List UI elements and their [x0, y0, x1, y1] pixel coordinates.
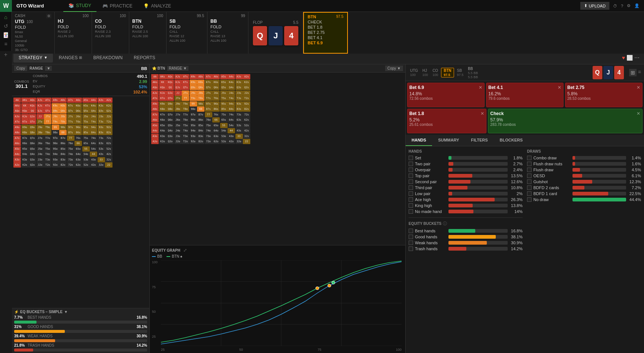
draw-checkbox-combo[interactable] — [527, 156, 532, 160]
nav-tab-practice[interactable]: 🎮 PRACTICE — [97, 0, 138, 12]
range-cell[interactable]: J4o — [174, 128, 182, 133]
range-cell[interactable]: T3o — [182, 134, 189, 139]
range-cell[interactable]: J4s — [228, 90, 235, 96]
range-cell[interactable]: 83s — [98, 130, 105, 135]
range-cell[interactable]: 65s — [82, 141, 90, 146]
range-cell[interactable]: 98s — [197, 101, 204, 106]
upload-button[interactable]: ⬆ UPLOAD — [580, 2, 609, 10]
position-cell-sb[interactable]: 99.5 SB FOLD CALL RAISE 12 ALLIN 100 — [166, 12, 207, 54]
tab-breakdown[interactable]: BREAKDOWN — [88, 53, 128, 63]
range-cell[interactable]: T3s — [98, 119, 105, 124]
range-cell[interactable]: K7o — [159, 112, 166, 117]
range-cell[interactable]: 63s — [235, 117, 243, 123]
range-dropdown-mid[interactable]: RANGE ▼ — [167, 66, 188, 71]
range-cell[interactable]: KQo — [21, 108, 29, 114]
range-cell[interactable]: 93s — [98, 125, 105, 130]
hand-checkbox-overpair[interactable] — [409, 168, 413, 172]
range-cell[interactable]: J3s — [98, 114, 105, 119]
sidebar-icon-home[interactable]: ⌂ — [4, 14, 7, 20]
range-cell[interactable]: 94o — [190, 128, 197, 133]
range-cell[interactable]: Q3o — [166, 134, 174, 139]
range-cell[interactable]: JTo — [174, 96, 182, 101]
range-cell[interactable]: 73o — [67, 157, 74, 162]
draw-row-flush[interactable]: Flush draw 4.5% — [527, 168, 641, 172]
range-cell[interactable]: JJ — [37, 114, 44, 119]
sidebar-icon-list[interactable]: ≡ — [4, 41, 7, 47]
range-cell[interactable]: A7s — [205, 74, 212, 79]
range-cell[interactable]: K9s — [190, 80, 197, 85]
range-cell[interactable]: 72o — [205, 139, 212, 144]
range-cell[interactable]: JTs — [182, 90, 189, 96]
draw-row-oesd[interactable]: OESD 6.1% — [527, 174, 641, 178]
range-cell[interactable]: 32s — [105, 157, 112, 162]
draw-checkbox-oesd[interactable] — [527, 174, 532, 178]
range-cell[interactable]: A8o — [13, 130, 21, 135]
range-cell[interactable]: 97o — [190, 112, 197, 117]
eq-dropdown-icon[interactable]: ▼ — [64, 310, 68, 314]
range-cell[interactable]: A2s — [243, 74, 250, 79]
range-cell[interactable]: 97s — [205, 101, 212, 106]
range-cell[interactable]: K6s — [212, 80, 220, 85]
layout-icon[interactable]: ⬜ — [626, 55, 633, 61]
draw-row-no-draw[interactable]: No draw 44.4% — [527, 197, 641, 202]
range-cell[interactable]: J8o — [37, 130, 44, 135]
range-cell[interactable]: 82o — [59, 162, 67, 168]
analysis-tab-filters[interactable]: FILTERS — [465, 135, 494, 146]
range-cell[interactable]: 44 — [228, 128, 235, 133]
draw-row-combo[interactable]: Combo draw 1.4% — [527, 156, 641, 160]
bet-box-69[interactable]: Bet 6.9 ✕ 14.8% 72.56 combos — [407, 83, 485, 107]
range-cell[interactable]: 92s — [243, 101, 250, 106]
range-cell[interactable]: AKs — [21, 98, 29, 103]
range-cell[interactable]: AJs — [37, 98, 44, 103]
range-cell[interactable]: T5o — [182, 123, 189, 128]
range-cell[interactable]: 65o — [74, 146, 82, 152]
range-cell[interactable]: 42s — [105, 152, 112, 157]
range-cell[interactable]: 63o — [212, 134, 220, 139]
range-cell[interactable]: A3o — [13, 157, 21, 162]
range-cell[interactable]: 65s — [220, 117, 228, 123]
range-cell[interactable]: AJs — [174, 74, 182, 79]
close-check[interactable]: ✕ — [637, 111, 640, 116]
range-cell[interactable]: K3o — [159, 134, 166, 139]
range-cell[interactable]: J4o — [37, 152, 44, 157]
range-cell[interactable]: 87o — [59, 136, 67, 141]
range-cell[interactable]: 93s — [235, 101, 243, 106]
range-cell[interactable]: 73s — [235, 112, 243, 117]
range-cell[interactable]: KQs — [166, 80, 174, 85]
range-cell[interactable]: 54o — [82, 152, 90, 157]
help-icon[interactable]: ? — [621, 4, 623, 8]
range-cell[interactable]: 62o — [212, 139, 220, 144]
range-cell[interactable]: 53o — [82, 157, 90, 162]
expand-icon[interactable]: ⤢ — [183, 248, 187, 253]
range-cell[interactable]: 43s — [235, 128, 243, 133]
range-cell[interactable]: A3o — [151, 134, 159, 139]
range-cell[interactable]: A6s — [74, 98, 82, 103]
range-cell[interactable]: A2o — [13, 162, 21, 168]
range-cell[interactable]: 85s — [82, 130, 90, 135]
range-cell[interactable]: J4s — [90, 114, 97, 119]
analysis-tab-blockers[interactable]: BLOCKERS — [494, 135, 529, 146]
range-cell[interactable]: K5s — [220, 80, 228, 85]
range-cell[interactable]: T9s — [190, 96, 197, 101]
range-cell[interactable]: KJs — [37, 103, 44, 108]
range-cell[interactable]: QJs — [174, 85, 182, 90]
range-cell[interactable]: J5s — [220, 90, 228, 96]
range-cell[interactable]: 92s — [105, 125, 112, 130]
range-cell[interactable]: 72s — [243, 112, 250, 117]
range-cell[interactable]: 64s — [90, 141, 97, 146]
range-cell[interactable]: 62o — [74, 162, 82, 168]
range-cell[interactable]: Q4o — [29, 152, 36, 157]
range-cell[interactable]: A4s — [90, 98, 97, 103]
range-cell[interactable]: 99 — [52, 125, 59, 130]
range-cell[interactable]: J6o — [37, 141, 44, 146]
bet-box-18[interactable]: Bet 1.8 ✕ 5.2% 25.61 combos — [407, 109, 486, 133]
range-cell[interactable]: 73o — [205, 134, 212, 139]
draw-row-bdfd2[interactable]: BDFD 2 cards 7.2% — [527, 185, 641, 190]
analysis-tab-hands[interactable]: HANDS — [406, 135, 432, 146]
range-cell[interactable]: 55 — [82, 146, 90, 152]
range-cell[interactable]: 76o — [67, 141, 74, 146]
range-cell[interactable]: J6o — [174, 117, 182, 123]
copy-button-left[interactable]: Copy — [14, 66, 27, 71]
range-cell[interactable]: 66 — [74, 141, 82, 146]
range-cell[interactable]: Q3s — [98, 108, 105, 114]
